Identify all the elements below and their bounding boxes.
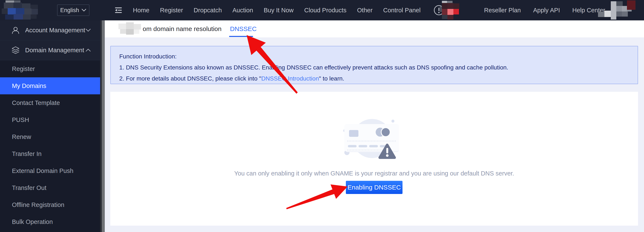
sidebar-scrollbar[interactable] [102, 20, 105, 232]
redacted-domain-prefix [118, 22, 141, 35]
sidebar-group-account-management[interactable]: Account Management [0, 20, 100, 40]
sidebar-submenu: Register My Domains Contact Template PUS… [0, 60, 105, 230]
sidebar-item-transfer-in[interactable]: Transfer In [0, 145, 100, 162]
redacted-logo [2, 0, 40, 20]
nav-control-panel[interactable]: Control Panel [383, 7, 420, 14]
nav-auction[interactable]: Auction [232, 7, 253, 14]
infobox-title: Function Introduction: [119, 51, 638, 62]
nav-apply-api[interactable]: Apply API [533, 7, 560, 14]
chevron-up-icon [86, 48, 91, 52]
sidebar-item-push[interactable]: PUSH [0, 111, 100, 128]
tab-bar: om domain name resolution DNSSEC [105, 20, 644, 37]
active-tab-underline [229, 36, 253, 37]
infobox-line1: 1. DNS Security Extensions also known as… [119, 62, 638, 73]
function-introduction-panel: Function Introduction: 1. DNS Security E… [110, 46, 638, 84]
chevron-down-icon [82, 9, 86, 12]
tab-dnssec[interactable]: DNSSEC [230, 20, 256, 37]
sidebar-item-register[interactable]: Register [0, 60, 100, 77]
topbar: English Home Register Dropcatch Auction … [0, 0, 644, 20]
nav-register[interactable]: Register [160, 7, 183, 14]
nav-buy-it-now[interactable]: Buy It Now [264, 7, 294, 14]
sidebar-item-external-domain-push[interactable]: External Domain Push [0, 162, 100, 179]
sidebar-group-label: Account Management [25, 27, 85, 34]
dnssec-introduction-link[interactable]: DNSSEC Introduction [261, 75, 319, 82]
sidebar-item-bulk-operation[interactable]: Bulk Operation [0, 213, 100, 230]
sidebar: Account Management Domain Management Reg… [0, 20, 105, 232]
language-dropdown[interactable]: English [57, 4, 90, 16]
person-icon [12, 26, 20, 34]
status-icon-area [431, 0, 459, 20]
redacted-corner-badge [627, 0, 636, 10]
secondary-nav: Reseller Plan Apply API Help Center [484, 0, 605, 20]
nav-cloud-products[interactable]: Cloud Products [304, 7, 346, 14]
empty-state-illustration [338, 115, 410, 168]
tab-label: om domain name resolution [143, 25, 222, 32]
main-content: om domain name resolution DNSSEC Functio… [105, 20, 644, 232]
chevron-down-icon [86, 28, 91, 32]
sidebar-item-transfer-out[interactable]: Transfer Out [0, 179, 100, 196]
sidebar-item-offline-registration[interactable]: Offline Registration [0, 196, 100, 213]
sidebar-group-domain-management[interactable]: Domain Management [0, 40, 100, 60]
nav-home[interactable]: Home [133, 7, 149, 14]
infobox-line2: 2. For more details about DNSSEC, please… [119, 73, 638, 84]
language-label: English [60, 7, 79, 14]
collapse-menu-icon[interactable] [114, 7, 122, 13]
sidebar-item-contact-template[interactable]: Contact Template [0, 94, 100, 111]
sidebar-scrollbar-track [100, 20, 102, 232]
nav-dropcatch[interactable]: Dropcatch [194, 7, 222, 14]
redacted-badge [440, 0, 461, 20]
infobox-line2-prefix: 2. For more details about DNSSEC, please… [119, 75, 261, 82]
nav-other[interactable]: Other [357, 7, 373, 14]
enabling-dnssec-button[interactable]: Enabling DNSSEC [346, 181, 402, 194]
sidebar-item-renew[interactable]: Renew [0, 128, 100, 145]
primary-nav: Home Register Dropcatch Auction Buy It N… [114, 0, 459, 20]
sidebar-group-label: Domain Management [25, 47, 84, 54]
tab-label: DNSSEC [230, 25, 256, 32]
layers-icon [12, 46, 20, 54]
dnssec-notice: You can only enabling it only when GNAME… [234, 170, 514, 177]
infobox-line2-suffix: " to learn. [319, 75, 344, 82]
nav-reseller-plan[interactable]: Reseller Plan [484, 7, 521, 14]
sidebar-item-my-domains[interactable]: My Domains [0, 77, 100, 94]
dnssec-panel: You can only enabling it only when GNAME… [110, 92, 638, 226]
tab-domain-resolution[interactable]: om domain name resolution [118, 20, 222, 37]
app-window: English Home Register Dropcatch Auction … [0, 0, 644, 232]
